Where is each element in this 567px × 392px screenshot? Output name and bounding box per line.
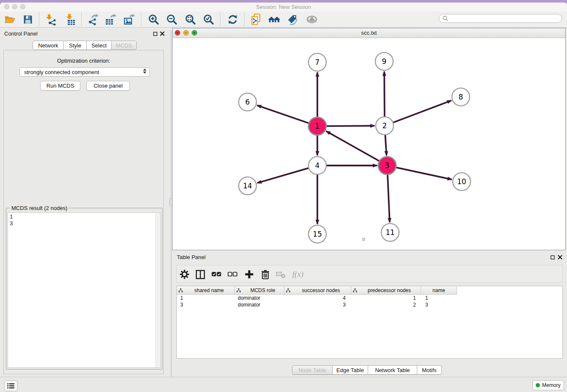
column-header-predecessor-nodes[interactable]: predecessor nodes <box>351 286 421 295</box>
table-row[interactable]: 3dominator323 <box>177 301 562 308</box>
svg-text:14: 14 <box>243 182 252 190</box>
mcds-result-area[interactable]: 1 3 <box>8 213 161 368</box>
graph-edge-3-11[interactable] <box>388 175 390 222</box>
status-bar: Memory <box>0 377 567 392</box>
search-field[interactable] <box>439 14 562 23</box>
control-panel-tabs: NetworkStyleSelectMCDS <box>33 41 137 50</box>
refresh-icon[interactable] <box>227 14 239 25</box>
control-panel-title: Control Panel <box>4 30 38 37</box>
graph-node-11[interactable]: 11 <box>381 224 399 241</box>
tab-motifs[interactable]: Motifs <box>417 365 442 375</box>
search-icon <box>443 16 448 21</box>
export-table-icon[interactable] <box>105 14 117 25</box>
first-neighbors-icon[interactable] <box>268 14 280 25</box>
tab-mcds[interactable]: MCDS <box>112 41 137 50</box>
hide-selected-icon[interactable] <box>306 14 318 25</box>
toolbar-separator <box>220 12 220 26</box>
view-resize-handle[interactable] <box>362 238 365 241</box>
save-session-icon[interactable] <box>22 14 34 25</box>
graph-node-2[interactable]: 2 <box>376 117 394 135</box>
column-header-name[interactable]: name <box>421 286 457 295</box>
tab-network-table[interactable]: Network Table <box>368 365 417 375</box>
zoom-out-icon[interactable] <box>166 14 178 25</box>
float-table-panel-icon[interactable] <box>550 254 555 260</box>
window-title: Session: New Session <box>0 3 567 11</box>
zoom-fit-icon[interactable] <box>184 14 196 25</box>
delete-table-icon-disabled <box>275 268 286 280</box>
graph-edge-2-8[interactable] <box>394 100 451 122</box>
graph-node-9[interactable]: 9 <box>375 52 393 70</box>
delete-columns-icon[interactable] <box>259 268 271 280</box>
graph-edge-1-2[interactable] <box>327 126 374 126</box>
svg-text:3: 3 <box>385 161 390 170</box>
zoom-in-icon[interactable] <box>148 14 160 25</box>
column-header-mcds-role[interactable]: MCDS role <box>235 286 284 295</box>
search-input[interactable] <box>450 15 558 22</box>
close-table-panel-icon[interactable] <box>557 254 563 260</box>
close-panel-button[interactable]: Close panel <box>86 81 130 91</box>
show-columns-icon[interactable] <box>194 268 206 280</box>
graph-edge-2-3[interactable] <box>385 135 386 155</box>
table-cell: 1 <box>351 295 421 301</box>
application-window: Session: New Session <box>0 3 567 392</box>
graph-node-6[interactable]: 6 <box>239 93 256 111</box>
graph-node-1[interactable]: 1 <box>308 117 326 135</box>
mcds-result-title: MCDS result (2 nodes) <box>10 205 69 211</box>
control-panel: Control Panel NetworkStyleSelectMCDS Opt… <box>0 28 168 377</box>
zoom-selected-icon[interactable] <box>203 14 215 25</box>
table-cell: 4 <box>284 295 351 301</box>
network-window-titlebar[interactable]: × − + scc.txt <box>173 28 565 38</box>
table-cell: 2 <box>351 302 421 308</box>
unselect-all-columns-icon[interactable] <box>226 268 238 280</box>
graph-edge-3-1[interactable] <box>326 131 379 161</box>
network-view-title: scc.txt <box>173 28 565 38</box>
tab-style[interactable]: Style <box>64 41 87 50</box>
table-cell: 3 <box>177 302 235 308</box>
table-row[interactable]: 1dominator411 <box>177 295 562 301</box>
task-history-button[interactable] <box>4 381 17 391</box>
svg-text:4: 4 <box>315 161 320 170</box>
graph-edge-2-9[interactable] <box>384 72 385 116</box>
import-network-icon[interactable] <box>44 14 56 25</box>
memory-button[interactable]: Memory <box>532 380 564 390</box>
tab-network[interactable]: Network <box>33 41 64 50</box>
optimization-criterion-label: Optimization criterion: <box>4 58 163 64</box>
run-mcds-button[interactable]: Run MCDS <box>40 81 80 91</box>
graph-node-4[interactable]: 4 <box>308 157 326 174</box>
float-panel-icon[interactable] <box>152 31 158 36</box>
table-cell: dominator <box>235 302 284 308</box>
mcds-panel: Optimization criterion: strongly connect… <box>3 50 164 374</box>
table-options-gear-icon[interactable] <box>179 268 190 280</box>
select-all-columns-icon[interactable] <box>210 268 222 280</box>
export-network-icon[interactable] <box>88 14 99 25</box>
column-header-successor-nodes[interactable]: successor nodes <box>284 286 351 295</box>
graph-edge-1-6[interactable] <box>257 105 309 123</box>
close-panel-icon[interactable] <box>160 31 165 36</box>
svg-text:10: 10 <box>457 177 466 186</box>
show-hide-labels-icon[interactable] <box>287 14 299 25</box>
clone-network-icon[interactable] <box>250 14 262 25</box>
function-builder-icon-disabled: f(x) <box>291 268 305 280</box>
graph-edge-3-10[interactable] <box>396 168 452 179</box>
graph-node-7[interactable]: 7 <box>308 53 326 71</box>
result-scrollbar[interactable] <box>155 213 160 367</box>
graph-node-15[interactable]: 15 <box>308 225 326 243</box>
tab-select[interactable]: Select <box>87 41 112 50</box>
tab-edge-table[interactable]: Edge Table <box>333 365 368 375</box>
criterion-select[interactable]: strongly connected component <box>19 67 150 77</box>
table-header-row: shared nameMCDS rolesuccessor nodesprede… <box>177 286 562 295</box>
graph-edge-4-14[interactable] <box>257 168 308 183</box>
network-canvas[interactable]: 7968124314101511 <box>173 38 565 250</box>
tab-node-table[interactable]: Node Table <box>292 365 333 375</box>
column-header-shared-name[interactable]: shared name <box>177 286 235 295</box>
add-column-icon[interactable] <box>243 268 255 280</box>
mcds-result-lines: 1 3 <box>10 213 13 227</box>
svg-text:1: 1 <box>315 122 320 130</box>
graph-node-8[interactable]: 8 <box>452 88 470 106</box>
export-image-icon[interactable] <box>124 14 135 25</box>
graph-node-10[interactable]: 10 <box>453 173 471 190</box>
import-table-icon[interactable] <box>64 14 76 25</box>
graph-node-3[interactable]: 3 <box>378 157 396 174</box>
open-file-icon[interactable] <box>4 14 16 25</box>
graph-node-14[interactable]: 14 <box>239 177 256 195</box>
